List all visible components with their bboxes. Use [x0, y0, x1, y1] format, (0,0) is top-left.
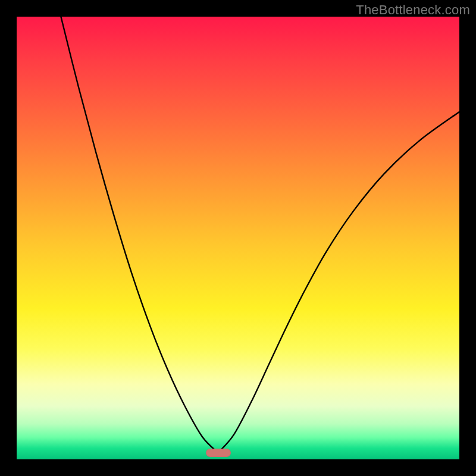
curve-left-branch: [61, 17, 218, 453]
bottleneck-curve: [17, 17, 459, 459]
chart-plot-area: [17, 17, 459, 459]
watermark-text: TheBottleneck.com: [356, 2, 470, 18]
optimum-marker-pill: [206, 449, 231, 457]
curve-right-branch: [218, 112, 459, 453]
chart-frame: TheBottleneck.com: [0, 0, 476, 476]
